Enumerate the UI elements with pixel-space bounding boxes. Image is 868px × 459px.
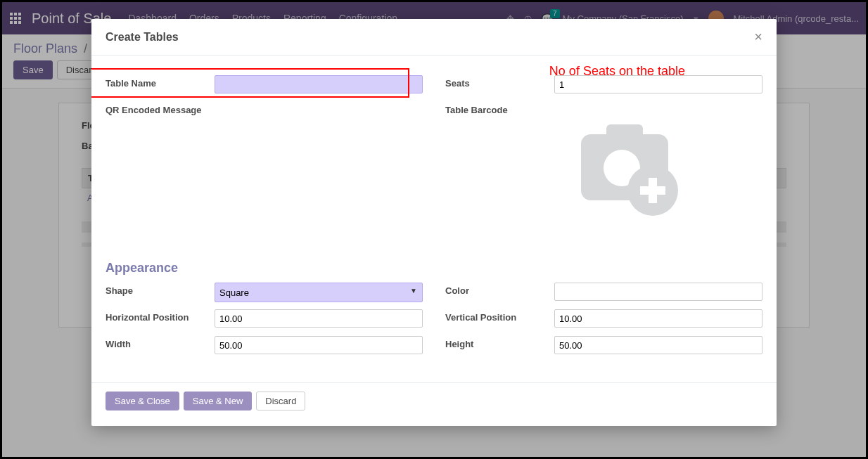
color-label: Color [445,283,554,297]
v-pos-input[interactable] [554,309,762,328]
modal-title: Create Tables [106,31,754,44]
svg-rect-1 [606,124,643,141]
width-input[interactable] [215,336,423,354]
modal-header: Create Tables × [91,19,777,56]
color-input[interactable] [554,283,762,301]
width-label: Width [106,336,215,351]
table-name-input[interactable] [215,75,423,93]
barcode-image-placeholder[interactable] [554,108,695,228]
seats-label: Seats [445,75,554,90]
annotation-text: No of Seats on the table [549,64,685,79]
modal-footer: Save & Close Save & New Discard [91,382,777,426]
shape-select[interactable]: Square [215,283,423,302]
appearance-section-title: Appearance [106,261,762,276]
modal-body: No of Seats on the table Table Name QR E… [91,56,777,382]
modal-discard-button[interactable]: Discard [256,392,305,410]
shape-label: Shape [106,283,215,297]
table-name-label: Table Name [106,75,215,90]
save-close-button[interactable]: Save & Close [106,392,179,410]
save-new-button[interactable]: Save & New [184,392,253,410]
height-input[interactable] [554,336,762,354]
modal-overlay: Create Tables × No of Seats on the table… [2,2,866,457]
table-barcode-label: Table Barcode [445,102,554,117]
qr-encoded-label: QR Encoded Message [106,102,215,117]
v-pos-label: Vertical Position [445,309,554,324]
svg-rect-5 [640,186,665,195]
height-label: Height [445,336,554,351]
h-pos-label: Horizontal Position [106,309,215,324]
close-icon[interactable]: × [754,29,762,45]
h-pos-input[interactable] [215,309,423,328]
create-tables-modal: Create Tables × No of Seats on the table… [91,19,777,426]
